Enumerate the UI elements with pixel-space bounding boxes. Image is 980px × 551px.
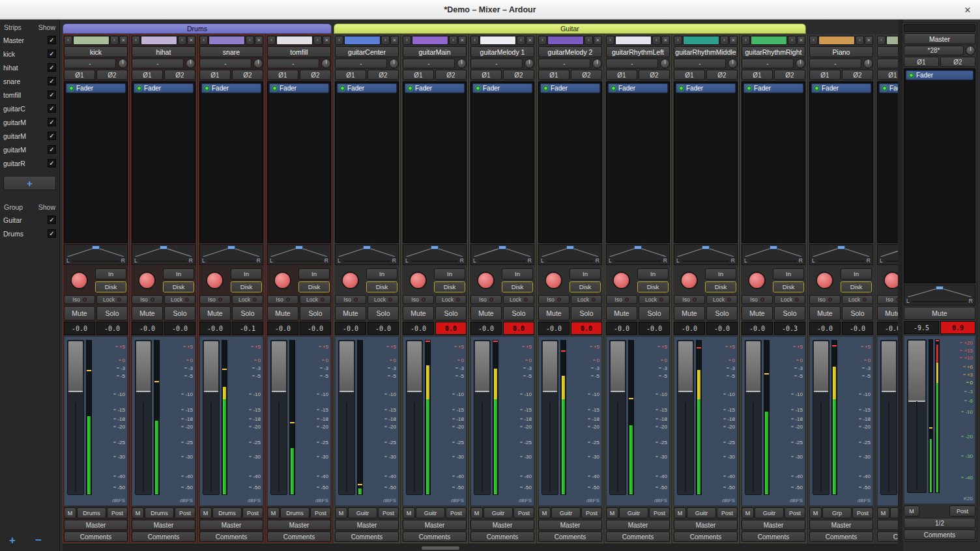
pan-handle[interactable] — [837, 246, 845, 249]
output-button[interactable]: Master — [335, 520, 399, 530]
phase-1-button[interactable]: Ø1 — [877, 70, 898, 80]
solo-button[interactable]: Solo — [96, 306, 128, 320]
metering-point-button[interactable]: M — [64, 507, 76, 518]
remove-group-button[interactable]: − — [35, 534, 42, 547]
processor-active-led[interactable] — [137, 86, 141, 91]
solo-isolate-button[interactable]: Iso — [674, 295, 705, 304]
phase-2-button[interactable]: Ø2 — [300, 70, 331, 80]
phase-2-button[interactable]: Ø2 — [164, 70, 195, 80]
strip-narrow-icon[interactable]: ‹ — [403, 36, 411, 45]
strip-narrow-icon[interactable]: ‹ — [538, 36, 547, 45]
mute-button[interactable]: Mute — [64, 306, 95, 320]
output-button[interactable]: Master — [538, 520, 602, 530]
strip-color-bar[interactable] — [751, 36, 787, 45]
peak-display[interactable]: 0.0 — [571, 322, 602, 335]
trim-knob[interactable] — [796, 59, 805, 68]
monitor-disk-button[interactable]: Disk — [705, 281, 736, 292]
pan-handle[interactable] — [702, 246, 710, 249]
mute-button[interactable]: Mute — [809, 306, 841, 320]
add-group-button[interactable]: + — [9, 534, 16, 547]
checkbox[interactable]: ✓ — [48, 104, 56, 113]
peak-display[interactable]: 0.0 — [435, 322, 467, 335]
mute-button[interactable]: Mute — [606, 306, 637, 320]
gain-fader[interactable] — [813, 340, 829, 495]
processor-active-led[interactable] — [611, 86, 616, 91]
strip-name-button[interactable]: guitarMelody 1 — [470, 46, 534, 57]
strip-color-bar[interactable] — [818, 36, 855, 45]
trim-knob[interactable] — [389, 59, 399, 68]
trim-knob[interactable] — [863, 59, 873, 68]
master-post-button[interactable]: Post — [949, 505, 975, 516]
comments-button[interactable]: Comments — [742, 531, 805, 542]
trim-knob[interactable] — [592, 59, 602, 68]
comments-button[interactable]: Comments — [335, 531, 399, 542]
strip-widen-icon[interactable]: › — [381, 36, 390, 45]
strip-name-button[interactable]: guitarRhythmLeft — [606, 46, 670, 57]
mute-button[interactable]: Mute — [674, 306, 705, 320]
pan-control[interactable]: L R — [470, 244, 534, 265]
output-button[interactable]: Master — [470, 520, 534, 530]
metering-point-button[interactable]: M — [403, 507, 415, 518]
record-enable-button[interactable] — [206, 272, 223, 289]
group-button[interactable]: Guitr — [687, 507, 716, 518]
metering-point-button[interactable]: M — [538, 507, 551, 518]
record-enable-button[interactable] — [341, 272, 359, 289]
pan-control[interactable]: L R — [809, 244, 873, 265]
master-name-button[interactable]: Master — [904, 33, 975, 44]
list-item[interactable]: guitarM✓ — [0, 143, 59, 156]
metering-point-button[interactable]: M — [877, 507, 889, 518]
checkbox[interactable]: ✓ — [48, 77, 56, 85]
window-close-button[interactable]: ✕ — [962, 4, 973, 16]
gain-fader[interactable] — [406, 340, 423, 495]
pan-control[interactable]: L R — [877, 244, 898, 265]
checkbox[interactable]: ✓ — [48, 63, 56, 72]
strip-narrow-icon[interactable]: ‹ — [199, 36, 208, 45]
solo-lock-button[interactable]: Lock — [571, 295, 602, 304]
comments-button[interactable]: Comments — [199, 531, 263, 542]
input-button[interactable]: - — [335, 59, 387, 68]
strip-narrow-icon[interactable]: ‹ — [606, 36, 614, 45]
solo-lock-button[interactable]: Lock — [639, 295, 670, 304]
record-enable-button[interactable] — [884, 272, 898, 289]
output-button[interactable]: Master — [809, 520, 873, 530]
processor-box[interactable]: Fader — [470, 81, 534, 243]
master-gain-fader[interactable] — [907, 339, 927, 493]
mute-button[interactable]: Mute — [877, 306, 898, 320]
strip-hide-icon[interactable]: ✕ — [255, 36, 263, 45]
solo-lock-button[interactable]: Lock — [300, 295, 331, 304]
phase-1-button[interactable]: Ø1 — [199, 70, 231, 80]
gain-fader[interactable] — [135, 340, 152, 495]
processor-active-led[interactable] — [205, 86, 209, 91]
monitor-input-button[interactable]: In — [163, 268, 194, 279]
output-button[interactable]: Master — [132, 520, 195, 530]
input-button[interactable]: - — [199, 59, 252, 68]
pan-control[interactable]: L R — [199, 244, 263, 265]
record-enable-button[interactable] — [409, 272, 427, 289]
phase-2-button[interactable]: Ø2 — [368, 70, 399, 80]
comments-button[interactable]: Comments — [403, 531, 467, 542]
checkbox[interactable]: ✓ — [48, 118, 56, 126]
processor-box[interactable]: Fader — [809, 81, 873, 243]
comments-button[interactable]: Comments — [538, 531, 602, 542]
processor-box[interactable]: Fader — [742, 81, 805, 243]
group-button[interactable]: Drums — [145, 507, 174, 518]
strip-hide-icon[interactable]: ✕ — [390, 36, 399, 45]
pan-control[interactable]: L R — [538, 244, 602, 265]
master-phase-2-button[interactable]: Ø2 — [940, 57, 975, 67]
processor-box[interactable]: Fader — [335, 81, 399, 243]
gain-fader[interactable] — [609, 340, 626, 495]
monitor-disk-button[interactable]: Disk — [841, 281, 872, 292]
comments-button[interactable]: Comments — [132, 531, 195, 542]
metering-point-button[interactable]: M — [335, 507, 347, 518]
fader-processor[interactable]: Fader — [743, 83, 803, 93]
strip-hide-icon[interactable]: ✕ — [594, 36, 602, 45]
solo-button[interactable]: Solo — [706, 306, 738, 320]
list-item[interactable]: Guitar✓ — [0, 213, 59, 227]
output-button[interactable]: Master — [267, 520, 331, 530]
gain-fader[interactable] — [880, 340, 897, 495]
strip-widen-icon[interactable]: › — [720, 36, 728, 45]
trim-knob[interactable] — [118, 59, 128, 68]
processor-box[interactable]: Fader — [132, 81, 195, 243]
pan-control[interactable]: L R — [674, 244, 738, 265]
monitor-disk-button[interactable]: Disk — [231, 281, 262, 292]
